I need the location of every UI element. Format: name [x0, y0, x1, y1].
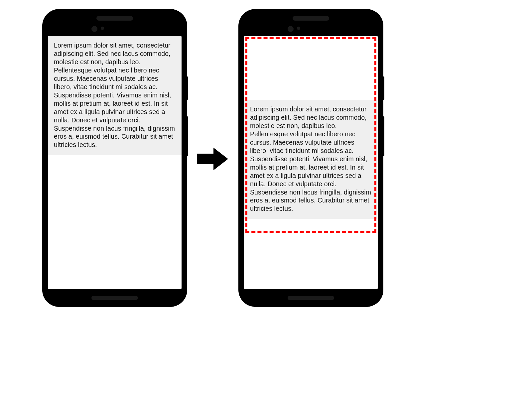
composable-text-block: Lorem ipsum dolor sit amet, consectetur … — [48, 36, 182, 155]
phone-bottom-speaker-icon — [288, 296, 334, 300]
svg-marker-0 — [197, 148, 228, 170]
phone-side-button — [382, 76, 384, 100]
phone-mockup-after: Lorem ipsum dolor sit amet, consectetur … — [239, 10, 382, 306]
phone-side-button — [186, 76, 188, 100]
phone-camera-icon — [91, 26, 97, 32]
phone-screen-after: Lorem ipsum dolor sit amet, consectetur … — [244, 36, 378, 289]
phone-sensor-icon — [101, 27, 104, 30]
phone-sensor-icon — [297, 27, 300, 30]
top-spacer — [244, 36, 378, 100]
arrow-right-icon — [194, 146, 231, 172]
phone-screen-before: Lorem ipsum dolor sit amet, consectetur … — [48, 36, 182, 289]
phone-speaker-icon — [96, 16, 133, 21]
phone-side-button — [186, 116, 188, 156]
composable-text-block: Lorem ipsum dolor sit amet, consectetur … — [244, 100, 378, 219]
phone-bottom-speaker-icon — [91, 296, 138, 300]
phone-mockup-before: Lorem ipsum dolor sit amet, consectetur … — [43, 10, 186, 306]
phone-side-button — [382, 116, 384, 156]
phone-speaker-icon — [293, 16, 329, 21]
phone-camera-icon — [288, 26, 294, 32]
